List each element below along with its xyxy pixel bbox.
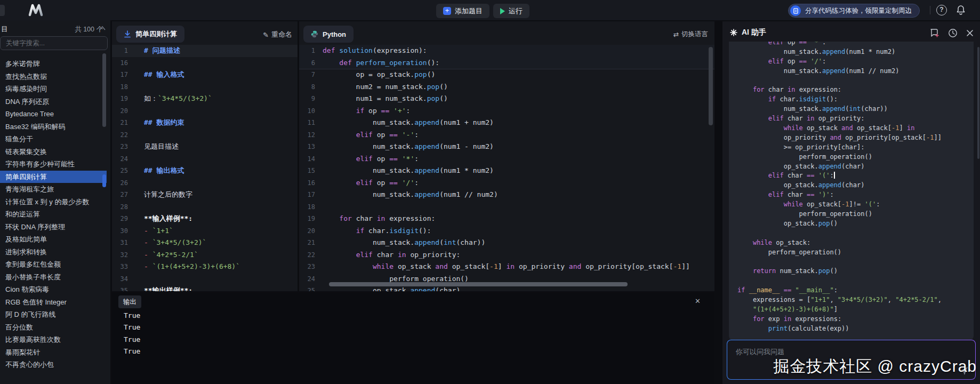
new-chat-icon[interactable]	[930, 28, 939, 38]
description-line: 19如：`3+4*5/(3+2)`	[112, 93, 298, 105]
description-editor[interactable]: 1# 问题描述1617## 输入格式1819如：`3+4*5/(3+2)`202…	[112, 45, 298, 291]
code-line: 17 num_stack.append(num1 // num2)	[299, 189, 714, 201]
sidebar-item[interactable]: 阿 D 的飞行路线	[0, 308, 107, 321]
ai-code-line: perform_operation()	[737, 153, 965, 162]
history-icon[interactable]	[948, 28, 958, 38]
description-line: 30- `1+1`	[112, 225, 298, 237]
ai-code-line: while op_stack:	[737, 238, 965, 248]
description-line: 34	[112, 273, 298, 285]
sidebar-item[interactable]: Bytedance Tree	[0, 108, 107, 121]
sidebar-item[interactable]: 查找热点数据	[0, 70, 107, 83]
code-editor[interactable]: 1def solution(expression):6 def perform_…	[299, 45, 714, 291]
ai-code-line: while op_stack and op_stack[-1] in	[737, 124, 965, 133]
sidebar-item[interactable]: 计算位置 x 到 y 的最少步数	[0, 196, 107, 209]
editor-horizontal-scrollbar-thumb[interactable]	[329, 282, 628, 286]
editor-vertical-scrollbar-thumb[interactable]	[709, 47, 713, 125]
ai-chat-area[interactable]: elif op == '*': num_stack.append(num1 * …	[722, 42, 980, 347]
ai-code-line: for char in expression:	[737, 85, 965, 95]
sidebar-item[interactable]: 猫鱼分干	[0, 133, 107, 146]
description-line: 31- `3+4*5/(3+2)`	[112, 237, 298, 249]
play-icon	[500, 8, 505, 14]
download-icon	[124, 30, 131, 38]
sidebar-item[interactable]: 暴雨梨花针	[0, 346, 107, 359]
output-line: True	[124, 310, 140, 322]
rename-button[interactable]: ✎ 重命名	[263, 30, 292, 39]
sidebar-item[interactable]: DNA 序列还原	[0, 95, 107, 108]
sidebar-item[interactable]: 及格如此简单	[0, 233, 107, 246]
sidebar-item[interactable]: 拿到最多红包金额	[0, 258, 107, 271]
sidebar-item[interactable]: 链表聚集交换	[0, 146, 107, 158]
ai-code-line: perform_operation()	[737, 248, 965, 258]
code-line: 19 for char in expression:	[299, 213, 714, 225]
code-line: 9 num1 = num_stack.pop()	[299, 93, 714, 105]
sidebar-item[interactable]: 最小替换子串长度	[0, 271, 107, 284]
description-line: 17## 输入格式	[112, 69, 298, 81]
sidebar-item[interactable]: 病毒感染时间	[0, 83, 107, 95]
output-panel: 输出 ✕ TrueTrueTrueTrue	[112, 293, 714, 384]
sidebar-item[interactable]: 进制求和转换	[0, 246, 107, 259]
code-line: 18	[299, 201, 714, 213]
code-line: 1def solution(expression):	[299, 45, 714, 57]
code-line: 22 elif char in op_priority:	[299, 249, 714, 261]
top-bar: + 添加题目 运行 分享代码练习体验，领限量定制周边 ?	[0, 0, 980, 20]
code-line: 14 elif op == '*':	[299, 153, 714, 165]
search-input[interactable]	[0, 36, 108, 50]
ai-code-line: elif op == '/':	[737, 57, 965, 67]
problem-tab[interactable]: 简单四则计算	[116, 26, 184, 43]
description-line: 28	[112, 201, 298, 213]
close-icon[interactable]	[966, 29, 974, 37]
sidebar-item[interactable]: RGB 色值转 Integer	[0, 296, 107, 309]
description-line: 29**输入样例**:	[112, 213, 298, 225]
plus-icon: +	[443, 7, 451, 15]
chevron-up-icon[interactable]	[99, 26, 106, 31]
description-line: 16	[112, 57, 298, 69]
close-icon[interactable]: ✕	[695, 297, 701, 305]
sidebar-item[interactable]: 和的逆运算	[0, 208, 107, 221]
ai-code-line: num_stack.append(num1 // num2)	[737, 67, 965, 76]
help-icon[interactable]: ?	[936, 5, 947, 15]
pencil-icon: ✎	[263, 31, 269, 39]
language-tab[interactable]: Python	[303, 26, 354, 43]
sidebar-item[interactable]: Cion 勒索病毒	[0, 283, 107, 296]
run-label: 运行	[509, 6, 523, 16]
ai-code-line: num_stack.append(int(char))	[737, 105, 965, 114]
ai-code-line: elif char == '(':	[737, 171, 965, 181]
description-line: 23见题目描述	[112, 141, 298, 153]
sidebar-item[interactable]: Base32 编码和解码	[0, 121, 107, 133]
output-tab[interactable]: 输出	[118, 295, 141, 308]
sidebar-item[interactable]: 百分位数	[0, 321, 107, 334]
description-line: 18	[112, 81, 298, 93]
sidebar-item[interactable]: 环状 DNA 序列整理	[0, 221, 107, 234]
sidebar-item[interactable]: 字符串有多少种可能性	[0, 158, 107, 171]
sidebar-item[interactable]: 不再贪心的小包	[0, 358, 107, 371]
description-line: 25## 输出格式	[112, 165, 298, 177]
description-line: 24	[112, 153, 298, 165]
sidebar-item[interactable]: 多米诺骨牌	[0, 58, 107, 70]
marscode-logo-icon[interactable]	[28, 4, 46, 17]
code-line: 8 num2 = num_stack.pop()	[299, 81, 714, 93]
document-icon	[790, 5, 801, 16]
ai-code-line: "(1+(4+5+2)-3)+(6+8)"]	[737, 305, 965, 315]
sidebar-scrollbar-thumb[interactable]	[102, 53, 106, 127]
description-line: 27计算之后的数字	[112, 189, 298, 201]
add-problem-button[interactable]: + 添加题目	[436, 4, 489, 18]
ai-code-line: if char.isdigit():	[737, 95, 965, 105]
ai-code-line: elif op == '*':	[737, 42, 965, 47]
ai-scrollbar-thumb[interactable]	[977, 47, 979, 159]
description-line: 21## 数据约束	[112, 117, 298, 129]
ai-code-line: if __name__ == "__main__":	[737, 286, 965, 295]
promo-banner[interactable]: 分享代码练习体验，领限量定制周边	[788, 4, 920, 18]
code-line: 15 num_stack.append(num1 * num2)	[299, 165, 714, 177]
switch-language-button[interactable]: ⇄ 切换语言	[673, 30, 708, 39]
swap-arrows-icon: ⇄	[673, 30, 679, 38]
code-line: 7 op = op_stack.pop()	[299, 69, 714, 81]
ai-code-line: print(calculate(exp))	[737, 324, 965, 334]
code-line: 6 def perform_operation():	[299, 57, 714, 69]
sidebar-item[interactable]: 简单四则计算	[0, 171, 107, 183]
bell-icon[interactable]	[955, 5, 966, 15]
sidebar-item[interactable]: 比赛最高获胜次数	[0, 333, 107, 346]
run-button[interactable]: 运行	[493, 4, 529, 18]
sidebar-item[interactable]: 青海湖租车之旅	[0, 183, 107, 196]
ai-code-line: >= op_priority[char]:	[737, 143, 965, 153]
ai-code-line: elif char in op_priority:	[737, 114, 965, 124]
